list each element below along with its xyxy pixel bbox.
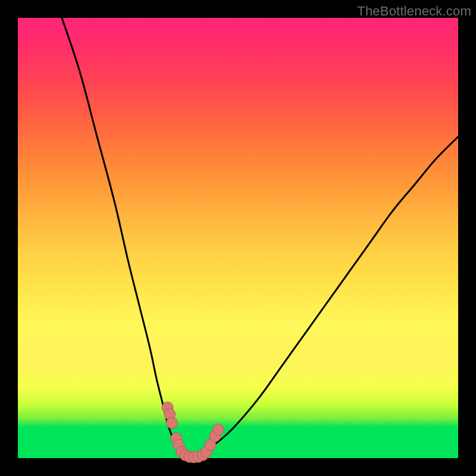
left-branch-curve xyxy=(62,18,181,449)
chart-frame: TheBottleneck.com xyxy=(0,0,476,476)
marker-dot xyxy=(171,433,182,444)
marker-dot xyxy=(212,424,224,435)
marker-dot xyxy=(197,449,208,461)
marker-dot xyxy=(189,452,200,463)
marker-dot xyxy=(173,439,184,450)
floor-curve xyxy=(181,449,207,458)
marker-dot xyxy=(176,446,187,458)
curve-layer xyxy=(18,18,458,458)
marker-dot xyxy=(193,451,204,462)
marker-dot xyxy=(164,409,176,420)
marker-dot xyxy=(184,451,195,462)
watermark-label: TheBottleneck.com xyxy=(357,4,471,19)
marker-dot xyxy=(209,431,221,442)
marker-dot xyxy=(180,449,191,461)
marker-dot xyxy=(201,446,212,458)
marker-group xyxy=(162,402,224,463)
marker-dot xyxy=(205,439,216,450)
marker-dot xyxy=(162,402,173,413)
marker-dot xyxy=(167,417,178,428)
plot-area xyxy=(18,18,458,458)
right-branch-curve xyxy=(207,137,458,449)
